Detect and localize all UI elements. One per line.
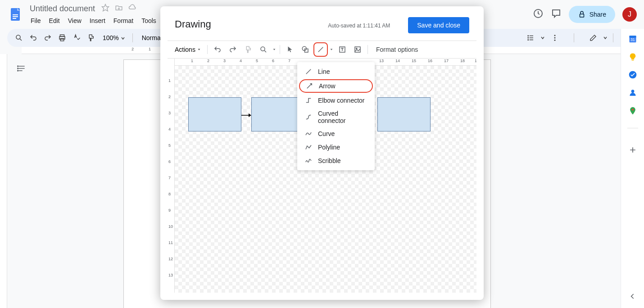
menu-item-line[interactable]: Line: [297, 65, 375, 78]
arrow-icon: [305, 82, 313, 90]
save-and-close-button[interactable]: Save and close: [408, 17, 469, 33]
undo-icon[interactable]: [210, 42, 225, 57]
polyline-icon: [304, 143, 313, 151]
modal-title: Drawing: [175, 18, 211, 30]
zoom-dropdown-icon[interactable]: [272, 48, 277, 51]
format-options-button[interactable]: Format options: [371, 46, 423, 53]
actions-menu[interactable]: Actions: [171, 44, 204, 55]
rectangle-shape[interactable]: [251, 97, 304, 131]
curved-icon: [304, 113, 313, 121]
curve-icon: [304, 130, 313, 138]
line-tool-menu: Line Arrow Elbow connector Curved connec…: [297, 62, 375, 170]
menu-item-scribble[interactable]: Scribble: [297, 154, 375, 168]
svg-point-27: [261, 47, 265, 51]
zoom-icon[interactable]: [256, 42, 271, 57]
redo-icon[interactable]: [226, 42, 240, 57]
svg-point-32: [356, 48, 357, 49]
line-icon: [304, 68, 313, 76]
rectangle-shape[interactable]: [188, 97, 241, 131]
text-box-icon[interactable]: [335, 42, 349, 57]
line-tool-button[interactable]: [313, 42, 328, 57]
canvas-ruler-vertical: 1 2 3 4 5 6 7 8 9 10 11 12 13: [168, 59, 175, 293]
menu-item-polyline[interactable]: Polyline: [297, 140, 375, 154]
image-icon[interactable]: [350, 42, 365, 57]
menu-item-elbow-connector[interactable]: Elbow connector: [297, 94, 375, 107]
scribble-icon: [304, 157, 313, 165]
select-tool-icon[interactable]: [283, 42, 297, 57]
arrow-connector[interactable]: [241, 113, 251, 118]
autosave-status: Auto-saved at 1:11:41 AM: [328, 23, 390, 29]
paint-format-icon[interactable]: [241, 42, 255, 57]
menu-item-curve[interactable]: Curve: [297, 127, 375, 140]
shape-tool-icon[interactable]: [298, 42, 313, 57]
svg-marker-34: [249, 113, 251, 117]
line-tool-dropdown-icon[interactable]: [329, 48, 334, 51]
rectangle-shape[interactable]: [377, 97, 431, 131]
elbow-icon: [304, 96, 313, 104]
menu-item-curved-connector[interactable]: Curved connector: [297, 107, 375, 127]
menu-item-arrow[interactable]: Arrow: [299, 79, 373, 93]
